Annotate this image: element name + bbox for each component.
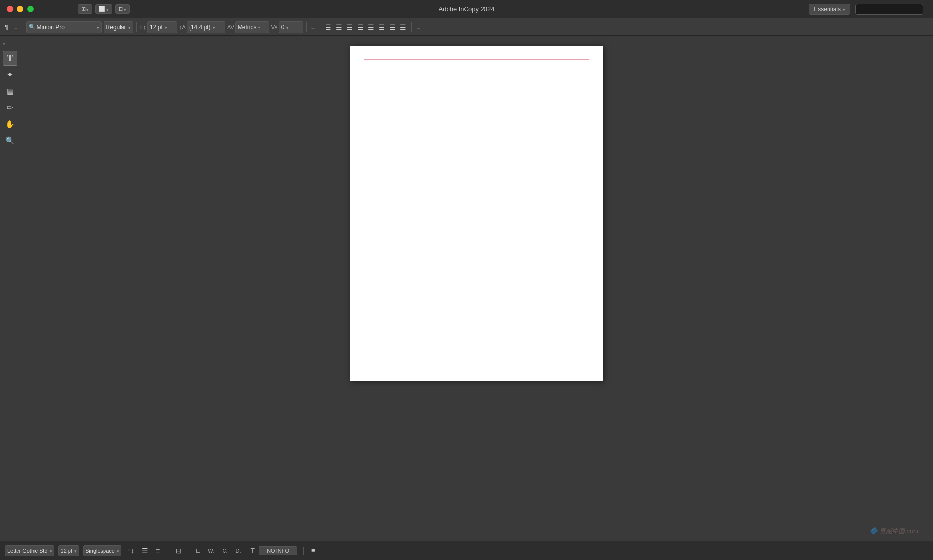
status-sep-1 <box>168 547 168 555</box>
status-para-icon-btn[interactable]: ↑↓ <box>125 546 136 556</box>
essentials-button[interactable]: Essentials <box>809 4 850 15</box>
status-spacing-select[interactable]: Singlespace <box>83 545 121 556</box>
zoom-tool-btn[interactable]: 🔍 <box>3 134 17 148</box>
separator-3 <box>306 22 307 32</box>
story-tool-btn[interactable]: ✦ <box>3 68 17 82</box>
no-info-button[interactable]: NO INFO <box>259 546 297 555</box>
font-search-icon: 🔍 <box>29 24 35 30</box>
eyedropper-tool-btn[interactable]: ✏ <box>3 101 17 115</box>
font-size-select[interactable]: 12 pt <box>147 21 177 33</box>
kerning-icon: VA <box>271 24 278 30</box>
align-toward-btn[interactable]: ☰ <box>398 22 408 33</box>
status-list-icon-btn[interactable]: ☰ <box>140 546 150 556</box>
status-sep-3 <box>303 547 304 555</box>
sidebar-tools: « T ✦ ▤ ✏ ✋ 🔍 <box>0 36 20 541</box>
maximize-button[interactable] <box>27 6 34 12</box>
note-tool-btn[interactable]: ▤ <box>3 84 17 99</box>
canvas-area <box>20 36 933 541</box>
w-label: W: <box>208 548 214 554</box>
view-mode-btn-1[interactable]: ⊞ <box>78 4 92 14</box>
leading-select[interactable]: (14.4 pt) <box>187 21 225 33</box>
align-right-btn[interactable]: ☰ <box>345 22 355 33</box>
font-size-group: T↕ 12 pt <box>139 21 177 33</box>
main-layout: « T ✦ ▤ ✏ ✋ 🔍 <box>0 36 933 541</box>
d-label: D: <box>236 548 241 554</box>
font-search-area[interactable]: 🔍 <box>26 21 102 33</box>
align-center-btn[interactable]: ☰ <box>334 22 344 33</box>
view-mode-btn-2[interactable]: ⬜ <box>95 4 112 14</box>
tracking-group: AV Metrics <box>227 21 269 33</box>
align-left-btn[interactable]: ☰ <box>323 22 333 33</box>
status-story-icon-btn[interactable]: ⊟ <box>174 546 184 556</box>
status-align-icon-btn[interactable]: ≡ <box>154 546 162 556</box>
leading-icon: ↕A <box>179 24 186 30</box>
type-tool-icon: T <box>7 53 13 64</box>
toolbar-menu-btn[interactable]: ≡ <box>12 22 20 32</box>
separator-4 <box>320 22 320 32</box>
note-tool-icon: ▤ <box>7 87 14 96</box>
watermark: 🔷 灵感中国.com <box>869 527 918 536</box>
align-away-btn[interactable]: ☰ <box>387 22 397 33</box>
sidebar-collapse-btn[interactable]: « <box>2 40 7 47</box>
status-sep-2 <box>190 547 190 555</box>
hand-tool-btn[interactable]: ✋ <box>3 117 17 132</box>
c-label: C: <box>223 548 228 554</box>
status-menu-btn[interactable]: ≡ <box>310 546 317 555</box>
document-page <box>350 46 603 381</box>
l-label: L: <box>196 548 200 554</box>
window-controls <box>7 6 34 12</box>
title-right-area: Essentials <box>809 4 923 15</box>
status-font-size-select[interactable]: 12 pt <box>58 545 79 556</box>
minimize-button[interactable] <box>17 6 23 12</box>
text-frame[interactable] <box>364 59 589 367</box>
font-size-icon: T↕ <box>139 23 146 31</box>
align-justify-center-btn[interactable]: ☰ <box>377 22 387 33</box>
character-toolbar: ¶ ≡ 🔍 Regular T↕ 12 pt ↕A (14.4 pt) AV <box>0 18 933 36</box>
separator-1 <box>23 22 23 32</box>
font-name-input[interactable] <box>37 24 95 31</box>
paragraph-icon-btn[interactable]: ¶ <box>3 22 10 32</box>
alignment-group: ☰ ☰ ☰ ☰ ☰ ☰ ☰ ☰ <box>323 22 408 33</box>
app-title: Adobe InCopy 2024 <box>439 5 495 13</box>
hand-tool-icon: ✋ <box>5 120 15 129</box>
title-bar: ⊞ ⬜ ⊟ Adobe InCopy 2024 Essentials <box>0 0 933 18</box>
status-t-icon: T <box>251 547 255 555</box>
leading-group: ↕A (14.4 pt) <box>179 21 225 33</box>
separator-5 <box>411 22 412 32</box>
more-icon-btn[interactable]: ≡ <box>310 22 317 32</box>
status-font-name-select[interactable]: Letter Gothic Std <box>5 545 54 556</box>
align-justify-right-btn[interactable]: ☰ <box>366 22 376 33</box>
view-mode-buttons: ⊞ ⬜ ⊟ <box>78 4 130 14</box>
type-tool-btn[interactable]: T <box>3 51 17 66</box>
align-justify-btn[interactable]: ☰ <box>355 22 365 33</box>
font-style-select[interactable]: Regular <box>104 21 133 33</box>
separator-2 <box>136 22 137 32</box>
search-input[interactable] <box>855 4 923 15</box>
tracking-select[interactable]: Metrics <box>235 21 269 33</box>
zoom-tool-icon: 🔍 <box>5 136 15 145</box>
tracking-icon: AV <box>227 24 234 30</box>
toolbar-end-icon[interactable]: ≡ <box>415 22 422 32</box>
kerning-group: VA 0 <box>271 21 303 33</box>
view-mode-btn-3[interactable]: ⊟ <box>115 4 130 14</box>
eyedropper-tool-icon: ✏ <box>7 103 13 112</box>
status-bar: Letter Gothic Std 12 pt Singlespace ↑↓ ☰… <box>0 541 933 560</box>
close-button[interactable] <box>7 6 13 12</box>
story-tool-icon: ✦ <box>7 70 13 79</box>
kerning-value-select[interactable]: 0 <box>279 21 303 33</box>
